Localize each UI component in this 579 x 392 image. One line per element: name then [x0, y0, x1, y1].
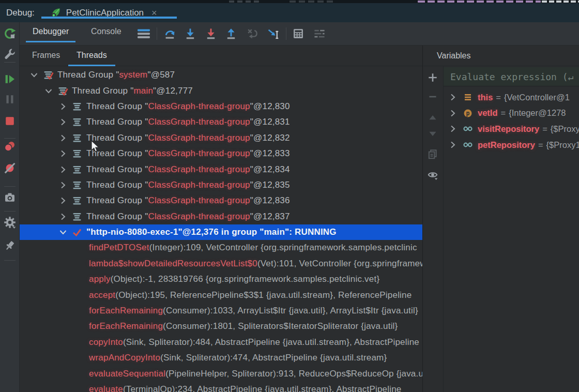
- step-over-icon[interactable]: [164, 27, 176, 40]
- thread-dump-icon[interactable]: [4, 191, 16, 204]
- frame-location: (TerminalOp):234, AbstractPipeline {java…: [123, 384, 402, 392]
- chevron-right-icon[interactable]: [448, 92, 458, 102]
- chevron-right-icon[interactable]: [58, 195, 68, 206]
- pause-icon[interactable]: [4, 93, 16, 105]
- add-watch-icon[interactable]: [427, 72, 438, 83]
- thread-group-icon: [72, 180, 82, 190]
- tree-text: "@12,834: [250, 164, 290, 174]
- thread-group-row[interactable]: Thread Group "ClassGraph-thread-group"@1…: [20, 99, 422, 114]
- resume-icon[interactable]: [4, 73, 16, 85]
- thread-group-current-icon: [43, 70, 53, 80]
- chevron-down-icon[interactable]: [29, 70, 39, 80]
- parameter-icon: p: [463, 108, 473, 118]
- tab-console[interactable]: Console: [84, 22, 128, 41]
- show-watches-icon[interactable]: [427, 169, 438, 180]
- evaluate-expression-icon[interactable]: [292, 27, 304, 40]
- tab-frames[interactable]: Frames: [24, 46, 68, 65]
- stack-frame-row[interactable]: evaluateSequential(PipelineHelper, Split…: [20, 366, 422, 381]
- close-icon[interactable]: ×: [151, 8, 157, 18]
- stack-frame-row[interactable]: lambda$showDetailedResourcesVetList$0(Ve…: [20, 256, 422, 272]
- variable-row[interactable]: pvetId={Integer@1278: [444, 105, 579, 122]
- stack-frame-row[interactable]: findPetDTOSet(Integer):109, VetControlle…: [20, 240, 422, 255]
- mute-breakpoints-icon[interactable]: [4, 162, 16, 174]
- thread-check-icon: [72, 227, 82, 237]
- field-icon: [463, 140, 473, 150]
- stack-frame-row[interactable]: apply(Object):-1, 283819766 {org.springf…: [20, 272, 422, 287]
- rerun-icon[interactable]: [4, 27, 16, 40]
- chevron-right-icon[interactable]: [58, 117, 68, 127]
- view-tabs-row: Frames Threads: [20, 46, 422, 66]
- thread-group-label: Thread Group "ClassGraph-thread-group"@1…: [86, 117, 290, 127]
- variables-panel: Evaluate expression (↵ this={VetControll…: [423, 66, 579, 392]
- run-to-cursor-icon[interactable]: [267, 27, 279, 40]
- tree-text: "@12,833: [250, 148, 290, 158]
- thread-group-label: Thread Group "ClassGraph-thread-group"@1…: [86, 101, 290, 112]
- wrench-icon[interactable]: [4, 48, 16, 60]
- variable-row[interactable]: petRepository={$Proxy13: [444, 137, 579, 153]
- step-out-icon[interactable]: [225, 27, 237, 40]
- tree-text: "@12,835: [250, 180, 290, 190]
- evaluate-expression-input[interactable]: Evaluate expression (↵: [444, 67, 579, 86]
- stack-frame-row[interactable]: forEachRemaining(Consumer):1801, Spliter…: [20, 319, 422, 334]
- trace-stream-icon[interactable]: [313, 27, 326, 40]
- threads-tree: Thread Group "system"@587Thread Group "m…: [20, 66, 422, 392]
- tab-threads[interactable]: Threads: [68, 46, 115, 66]
- chevron-right-icon[interactable]: [58, 164, 68, 175]
- editor-clip-fragment: [418, 1, 541, 3]
- variable-row[interactable]: visitRepository={$Proxy12: [444, 121, 579, 137]
- view-options-icon[interactable]: [138, 27, 150, 40]
- chevron-down-icon[interactable]: [43, 86, 54, 96]
- stack-frame-row[interactable]: evaluate(TerminalOp):234, AbstractPipeli…: [20, 382, 422, 392]
- thread-group-row[interactable]: Thread Group "ClassGraph-thread-group"@1…: [20, 146, 422, 161]
- stack-frame-row[interactable]: forEachRemaining(Consumer):1033, ArrayLi…: [20, 303, 422, 319]
- remove-watch-icon[interactable]: [427, 91, 438, 102]
- stack-frame-row[interactable]: copyInto(Sink, Spliterator):484, Abstrac…: [20, 335, 422, 350]
- chevron-right-icon[interactable]: [58, 101, 68, 112]
- frame-location: (Object):195, ReferencePipeline$3$1 {jav…: [115, 290, 412, 300]
- thread-group-icon: [72, 117, 82, 127]
- frame-location: (Vet):101, VetController {org.springfram…: [257, 259, 422, 269]
- tree-text: Thread Group ": [86, 195, 148, 205]
- move-up-icon[interactable]: [427, 112, 438, 124]
- chevron-right-icon[interactable]: [448, 140, 458, 150]
- editor-clip-fragment: [542, 1, 579, 3]
- drop-frame-icon[interactable]: [246, 27, 258, 40]
- thread-group-row[interactable]: Thread Group "ClassGraph-thread-group"@1…: [20, 209, 422, 224]
- chevron-right-icon[interactable]: [448, 124, 458, 134]
- tree-text: "@12,837: [250, 212, 290, 221]
- chevron-down-light-icon[interactable]: [58, 227, 68, 237]
- step-into-icon[interactable]: [184, 27, 196, 40]
- stack-frame-row[interactable]: wrapAndCopyInto(Sink, Spliterator):474, …: [20, 350, 422, 366]
- variable-name: this: [478, 93, 493, 102]
- thread-group-label: Thread Group "main"@12,777: [72, 86, 193, 96]
- frame-method: forEachRemaining: [89, 321, 163, 331]
- chevron-right-icon[interactable]: [58, 180, 68, 190]
- variable-row[interactable]: this={VetController@1: [444, 89, 579, 105]
- frame-location: (Sink, Spliterator):484, AbstractPipelin…: [123, 337, 419, 348]
- force-step-into-icon[interactable]: [205, 27, 217, 40]
- chevron-right-icon[interactable]: [58, 148, 68, 159]
- chevron-right-icon[interactable]: [58, 133, 68, 143]
- chevron-right-icon[interactable]: [448, 108, 458, 118]
- chevron-right-icon[interactable]: [58, 212, 68, 222]
- thread-group-row[interactable]: Thread Group "ClassGraph-thread-group"@1…: [20, 114, 422, 130]
- duplicate-watch-icon[interactable]: [427, 148, 438, 160]
- thread-group-row[interactable]: Thread Group "ClassGraph-thread-group"@1…: [20, 130, 422, 146]
- thread-group-row[interactable]: Thread Group "ClassGraph-thread-group"@1…: [20, 193, 422, 208]
- tab-debugger[interactable]: Debugger: [26, 22, 75, 42]
- tree-text: ClassGraph-thread-group: [148, 133, 250, 143]
- thread-group-row[interactable]: Thread Group "ClassGraph-thread-group"@1…: [20, 161, 422, 177]
- view-breakpoints-icon[interactable]: [4, 140, 16, 153]
- move-down-icon[interactable]: [427, 128, 438, 139]
- stack-frame-row[interactable]: accept(Object):195, ReferencePipeline$3$…: [20, 287, 422, 303]
- thread-group-row[interactable]: Thread Group "main"@12,777: [20, 83, 422, 98]
- thread-group-icon: [72, 101, 82, 112]
- thread-group-row[interactable]: Thread Group "ClassGraph-thread-group"@1…: [20, 177, 422, 193]
- frame-location: (Integer):109, VetController {org.spring…: [149, 243, 417, 253]
- settings-icon[interactable]: [4, 216, 16, 229]
- thread-group-row[interactable]: Thread Group "system"@587: [20, 67, 422, 83]
- debug-header-bar: Debug: PetClinicApplication ×: [0, 3, 579, 22]
- stop-icon[interactable]: [4, 115, 16, 127]
- pin-icon[interactable]: [4, 239, 16, 252]
- thread-row-selected[interactable]: "http-nio-8080-exec-1"@12,376 in group "…: [20, 224, 422, 240]
